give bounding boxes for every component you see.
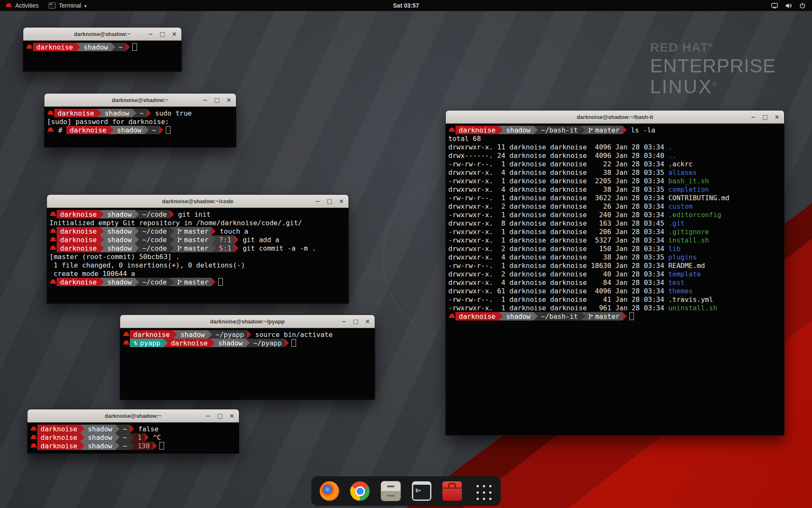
terminal-line: -rw-rw-r--. 1 darknoise darknoise 41 Jan… (448, 295, 782, 304)
terminal-content[interactable]: darknoiseshadow~/code git initInitialize… (47, 208, 348, 288)
terminal-text: aliases (668, 168, 697, 177)
terminal-window-code[interactable]: darknoise@shadow:~/code−□×darknoiseshado… (47, 194, 349, 304)
powerline-separator-icon (135, 278, 139, 286)
branch-icon (588, 127, 593, 133)
terminal-window-home-sudo[interactable]: darknoise@shadow:~−□×darknoiseshadow~ su… (44, 93, 236, 148)
window-titlebar[interactable]: darknoise@shadow:~/bash-it−□× (446, 110, 784, 124)
window-titlebar[interactable]: darknoise@shadow:~−□× (44, 94, 236, 107)
window-controls: −□× (147, 28, 178, 40)
maximize-button[interactable]: □ (352, 318, 359, 325)
powerline-separator-icon (135, 244, 139, 252)
dock-files-icon[interactable] (381, 481, 401, 501)
prompt-segment-user: darknoise (455, 312, 499, 320)
terminal-content[interactable]: darknoiseshadow~ falsedarknoiseshadow~1 … (27, 422, 239, 452)
close-button[interactable]: × (228, 412, 235, 420)
terminal-text: total 68 (448, 135, 481, 143)
powerline-separator-icon (111, 43, 115, 51)
terminal-window-bash-it[interactable]: darknoise@shadow:~/bash-it−□×darknoisesh… (445, 110, 785, 436)
window-titlebar[interactable]: darknoise@shadow:~−□× (27, 409, 239, 422)
terminal-content[interactable]: darknoiseshadow~ (23, 41, 181, 53)
segment-label: ?:1 (219, 236, 231, 244)
close-button[interactable]: × (225, 96, 232, 104)
terminal-content[interactable]: darknoiseshadow~/bash-itmaster ls -latot… (446, 124, 784, 322)
powerline-separator-icon (147, 109, 151, 117)
terminal-line: drwxrwxr-x. 61 darknoise darknoise 4096 … (448, 287, 782, 295)
window-titlebar[interactable]: darknoise@shadow:~−□× (23, 28, 181, 41)
terminal-line: darknoiseshadow~/codemaster (49, 278, 347, 286)
dock-toolbox-icon[interactable] (442, 481, 462, 501)
close-button[interactable]: × (338, 197, 345, 205)
segment-label: pyapp (140, 339, 160, 347)
branch-icon (177, 237, 182, 243)
close-button[interactable]: × (774, 113, 780, 121)
power-icon[interactable] (799, 2, 806, 9)
prompt-segment-host: shadow (114, 126, 145, 134)
dock-app-grid-icon[interactable] (473, 481, 492, 501)
powerline-separator-icon (130, 425, 134, 433)
window-titlebar[interactable]: darknoise@shadow:~/code−□× (47, 195, 348, 208)
redhat-logo-icon (5, 2, 12, 9)
minimize-button[interactable]: − (202, 96, 208, 104)
powerline-separator-icon (135, 235, 139, 244)
terminal-window-pyapp[interactable]: darknoise@shadow:~/pyapp−□×darknoiseshad… (120, 315, 375, 400)
prompt-segment-user: darknoise (37, 433, 80, 442)
powerline-separator-icon (100, 235, 104, 244)
dock-chrome-icon[interactable] (350, 481, 370, 501)
maximize-button[interactable]: □ (326, 197, 333, 205)
powerline-separator-icon (135, 210, 139, 218)
terminal-line: drwxrwxr-x. 4 darknoise darknoise 38 Jan… (448, 253, 782, 261)
app-menu[interactable]: Terminal (44, 0, 91, 11)
terminal-content[interactable]: darknoiseshadow~ sudo true[sudo] passwor… (44, 107, 236, 136)
maximize-button[interactable]: □ (217, 412, 223, 420)
prompt-segment-host: shadow (85, 442, 115, 450)
powerline-separator-icon (115, 433, 120, 442)
terminal-cursor (132, 43, 137, 51)
segment-label: shadow (117, 126, 142, 134)
prompt-segment-path: ~/code (139, 278, 170, 286)
display-icon[interactable] (771, 2, 778, 9)
powerline-separator-icon (115, 442, 120, 450)
activities-button[interactable]: Activities (0, 0, 44, 11)
minimize-button[interactable]: − (314, 197, 321, 205)
prompt-segment-path: ~ (120, 433, 130, 442)
terminal-line: drwxrwxr-x. 4 darknoise darknoise 84 Jan… (448, 278, 782, 287)
powerline-separator-icon (234, 235, 239, 244)
prompt-segment-user: darknoise (57, 278, 100, 286)
minimize-button[interactable]: − (205, 412, 211, 420)
minimize-button[interactable]: − (750, 113, 757, 121)
maximize-button[interactable]: □ (214, 96, 220, 104)
segment-label: shadow (218, 339, 243, 347)
dock-firefox-icon[interactable] (320, 481, 339, 501)
volume-icon[interactable] (785, 2, 792, 9)
maximize-button[interactable]: □ (762, 113, 768, 121)
terminal-line: drwxrwxr-x. 8 darknoise darknoise 163 Ja… (448, 219, 782, 227)
prompt-segment-host: shadow (177, 330, 208, 339)
terminal-line: # darknoiseshadow~ (47, 126, 234, 134)
powerline-separator-icon (80, 425, 85, 433)
clock[interactable]: Sat 03:57 (393, 0, 419, 11)
redhat-prompt-icon (123, 340, 130, 346)
dock-terminal-icon[interactable] (412, 481, 431, 501)
powerline-separator-icon (247, 330, 251, 339)
close-button[interactable]: × (171, 30, 178, 38)
terminal-line: drwxrwxr-x. 2 darknoise darknoise 40 Jan… (448, 270, 782, 278)
window-titlebar[interactable]: darknoise@shadow:~/pyapp−□× (120, 315, 375, 328)
minimize-button[interactable]: − (147, 30, 154, 38)
prompt-segment-branch: master (174, 278, 211, 286)
maximize-button[interactable]: □ (159, 30, 166, 38)
terminal-window-home-1[interactable]: darknoise@shadow:~−□×darknoiseshadow~ (23, 27, 182, 72)
terminal-line: Initialized empty Git repository in /hom… (49, 218, 347, 227)
powerline-separator-icon (499, 126, 503, 134)
powerline-separator-icon (170, 227, 174, 235)
terminal-line: [master (root-commit) 50bcb63] . (49, 252, 347, 261)
minimize-button[interactable]: − (340, 318, 347, 325)
terminal-text: drwxrwxr-x. 4 darknoise darknoise 38 Jan… (448, 253, 668, 261)
segment-label: ~/pyapp (216, 331, 244, 339)
terminal-text: ls -la (627, 126, 655, 134)
terminal-line: create mode 100644 a (49, 269, 347, 278)
prompt-segment-user: darknoise (54, 109, 97, 117)
close-button[interactable]: × (364, 318, 371, 325)
terminal-content[interactable]: darknoiseshadow~/pyapp source bin/activa… (120, 328, 375, 349)
topbar-status-icons[interactable] (771, 0, 812, 11)
terminal-window-home-exitcodes[interactable]: darknoise@shadow:~−□×darknoiseshadow~ fa… (27, 409, 239, 454)
